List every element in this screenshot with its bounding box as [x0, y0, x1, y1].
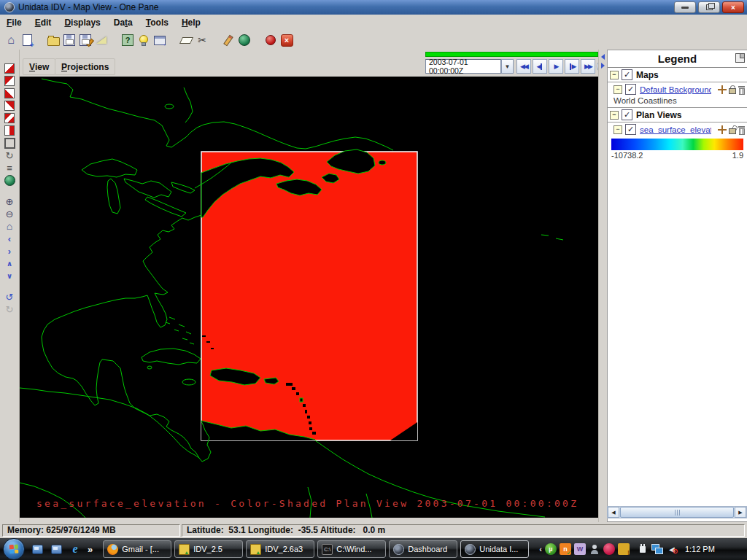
security-tray-icon[interactable]	[603, 543, 615, 555]
legend-horizontal-scrollbar[interactable]: ◀ ▶	[607, 506, 747, 518]
view-menu[interactable]: View	[23, 58, 55, 75]
window-switcher-button[interactable]	[50, 542, 63, 556]
globe-display-button[interactable]	[236, 32, 252, 48]
trash-icon[interactable]	[738, 85, 745, 94]
sea-surface-elevation-link[interactable]: sea_surface_elevat...	[640, 125, 711, 134]
new-display-button[interactable]	[19, 32, 35, 48]
show-dashboard-button[interactable]: ⌂	[3, 32, 19, 48]
legend-split-divider[interactable]	[598, 50, 607, 522]
scroll-right-button[interactable]: ▶	[735, 507, 746, 518]
drawing-control-button[interactable]	[220, 32, 236, 48]
taskbar-button-cmd[interactable]: C:\ C:\Wind...	[317, 540, 386, 558]
scrollbar-thumb[interactable]	[620, 507, 734, 518]
box-outline-button[interactable]	[3, 137, 16, 149]
undo-view-button[interactable]: ↺	[3, 291, 16, 303]
menu-file[interactable]: File	[0, 16, 28, 29]
projections-menu[interactable]: Projections	[55, 58, 115, 75]
redo-view-button[interactable]: ↻	[3, 303, 16, 315]
perspective-cube-5-button[interactable]	[3, 112, 16, 124]
perspective-cube-6-button[interactable]	[3, 125, 16, 136]
rulers-button[interactable]: ≡	[3, 162, 16, 174]
pan-left-button[interactable]: ‹	[3, 233, 16, 244]
menu-tools[interactable]: Tools	[139, 16, 175, 29]
plan-views-visibility-checkbox[interactable]: ✓	[622, 109, 632, 120]
float-legend-icon[interactable]	[735, 53, 745, 63]
step-forward-button[interactable]: ▶	[565, 59, 579, 74]
menu-data[interactable]: Data	[107, 16, 139, 29]
tilt-view-button[interactable]	[93, 32, 109, 48]
step-back-button[interactable]: ◀	[533, 59, 547, 74]
plan-item-checkbox[interactable]: ✓	[625, 124, 636, 135]
perspective-cube-1-button[interactable]	[3, 63, 16, 74]
maps-visibility-checkbox[interactable]: ✓	[622, 69, 632, 80]
rewind-button[interactable]: ◀◀	[516, 59, 531, 74]
open-bundle-button[interactable]	[45, 32, 61, 48]
menu-edit[interactable]: Edit	[28, 16, 58, 29]
map-item-checkbox[interactable]: ✓	[625, 84, 636, 95]
unlock-icon[interactable]	[729, 125, 736, 134]
trash-icon[interactable]	[738, 125, 745, 134]
internet-explorer-button[interactable]: e	[69, 542, 82, 556]
show-desktop-button[interactable]	[31, 542, 44, 556]
pan-up-button[interactable]: ∧	[3, 257, 16, 269]
reset-view-button[interactable]: ⌂	[3, 220, 16, 232]
taskbar-button-unidata-active[interactable]: Unidata I...	[460, 540, 529, 558]
tray-collapse-chevron[interactable]: ‹	[539, 545, 542, 553]
minimize-button[interactable]	[674, 1, 696, 13]
taskbar-clock[interactable]: 1:12 PM	[685, 545, 715, 553]
erase-displays-button[interactable]	[178, 32, 194, 48]
pan-down-button[interactable]: ∨	[3, 270, 16, 281]
data-choosers-button[interactable]: ?	[120, 32, 136, 48]
start-button[interactable]	[3, 538, 25, 560]
scroll-left-button[interactable]: ◀	[608, 507, 619, 518]
language-bar-tray-icon[interactable]	[618, 543, 630, 555]
close-button[interactable]: ×	[722, 1, 744, 13]
move-display-icon[interactable]	[718, 85, 727, 94]
collapse-left-icon[interactable]	[601, 54, 605, 60]
purple-app-tray-icon[interactable]: W	[574, 543, 586, 555]
save-bundle-button[interactable]	[61, 32, 77, 48]
power-tray-icon[interactable]	[637, 543, 649, 555]
taskbar-button-idv26a3[interactable]: IDV_2.6a3	[246, 540, 314, 558]
messenger-tray-icon[interactable]	[589, 543, 600, 555]
taskbar-button-idv25[interactable]: IDV_2.5	[174, 540, 243, 558]
time-dropdown-button[interactable]: ▼	[501, 59, 514, 74]
default-background-link[interactable]: Default Background ...	[640, 85, 711, 94]
restore-button[interactable]	[698, 1, 720, 13]
volume-muted-tray-icon[interactable]: ◀⊘	[666, 543, 678, 555]
record-movie-button[interactable]	[263, 32, 279, 48]
expand-right-icon[interactable]	[601, 63, 605, 69]
close-display-button[interactable]: ×	[279, 32, 295, 48]
perspective-cube-4-button[interactable]	[3, 100, 16, 112]
save-bundle-as-button[interactable]	[77, 32, 93, 48]
color-scale-bar[interactable]	[611, 139, 743, 150]
perspective-cube-3-button[interactable]	[3, 88, 16, 99]
lock-icon[interactable]	[729, 85, 736, 94]
collapse-plan-views-icon[interactable]: −	[610, 111, 619, 120]
globe-orient-button[interactable]	[3, 174, 16, 186]
cut-button[interactable]: ✂	[194, 32, 210, 48]
menu-help[interactable]: Help	[175, 16, 207, 29]
export-display-button[interactable]	[152, 32, 168, 48]
zoom-out-button[interactable]: ⊖	[3, 208, 16, 219]
field-selector-button[interactable]	[136, 32, 152, 48]
window-titlebar[interactable]: Unidata IDV - Map View - One Pane ×	[0, 0, 747, 15]
perspective-cube-2-button[interactable]	[3, 75, 16, 87]
network-tray-icon[interactable]	[651, 543, 663, 555]
utorrent-tray-icon[interactable]: µ	[545, 543, 557, 555]
orange-app-tray-icon[interactable]: n	[560, 543, 571, 555]
rotate-view-button[interactable]: ↻	[3, 149, 16, 161]
collapse-map-item-icon[interactable]: −	[614, 85, 622, 94]
map-canvas[interactable]: sea_surface_elevation - Color-Shaded Pla…	[20, 77, 598, 518]
zoom-in-button[interactable]: ⊕	[3, 195, 16, 207]
data-region-rect[interactable]	[201, 152, 417, 440]
time-display-field[interactable]: 2003-07-01 00:00:00Z	[425, 59, 501, 74]
menu-displays[interactable]: Displays	[58, 16, 107, 29]
taskbar-button-gmail[interactable]: Gmail - [...	[103, 540, 171, 558]
quicklaunch-overflow-chevron[interactable]: »	[88, 544, 93, 555]
taskbar-button-dashboard[interactable]: Dashboard	[389, 540, 457, 558]
collapse-maps-icon[interactable]: −	[610, 71, 619, 79]
fast-forward-button[interactable]: ▶▶	[581, 59, 595, 74]
move-display-icon[interactable]	[718, 125, 727, 134]
play-button[interactable]: ▶	[549, 59, 563, 74]
